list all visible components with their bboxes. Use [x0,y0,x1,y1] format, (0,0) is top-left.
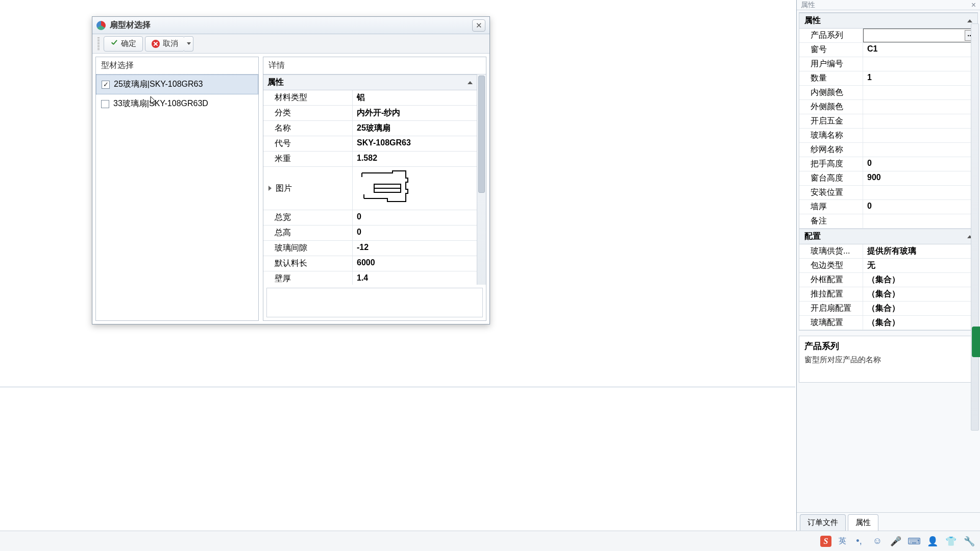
property-row[interactable]: 材料类型铝 [263,90,477,106]
property-value[interactable]: 提供所有玻璃 [863,244,977,258]
property-key: 用户编号 [799,57,863,71]
dock-close-button[interactable]: × [971,1,976,10]
right-edge-handle[interactable] [972,327,980,357]
property-value[interactable]: 0 [863,200,977,214]
keyboard-icon[interactable]: ⌨ [909,536,920,547]
property-row[interactable]: 总宽0 [263,210,477,226]
property-value[interactable]: 0 [863,157,977,171]
property-value[interactable]: 内外开-纱内 [353,106,477,120]
property-value[interactable]: 6000 [353,256,477,271]
property-row[interactable]: 玻璃供货...提供所有玻璃 [799,244,977,259]
ime-punct-icon[interactable]: •, [853,536,865,547]
property-value[interactable]: 0 [353,210,477,225]
ok-button[interactable]: 确定 [104,36,143,52]
property-value[interactable] [863,57,977,71]
property-key: 默认料长 [263,256,353,271]
tab-order-file[interactable]: 订单文件 [800,514,846,531]
dialog-title: 扇型材选择 [110,20,151,31]
property-value[interactable]: （集合） [863,316,977,330]
property-row[interactable]: 内侧颜色 [799,86,977,100]
property-row[interactable]: 墙厚0 [799,200,977,214]
property-value[interactable]: 1 [863,71,977,85]
property-row[interactable]: 开启扇配置（集合） [799,302,977,316]
property-value[interactable] [863,214,977,228]
property-row[interactable]: 纱网名称 [799,143,977,157]
dock-scrollbar[interactable] [971,23,979,431]
ime-language[interactable]: 英 [839,536,846,546]
tshirt-icon[interactable]: 👕 [945,536,957,547]
collapse-icon [967,19,972,22]
property-row[interactable]: 玻璃名称 [799,129,977,143]
group-header[interactable]: 属性 [799,13,977,29]
property-row[interactable]: 外侧颜色 [799,100,977,114]
toolbox-icon[interactable]: 🔧 [964,536,975,547]
property-row[interactable]: 壁厚1.4 [263,271,477,285]
property-row[interactable]: 默认料长6000 [263,256,477,271]
scrollbar-thumb[interactable] [478,76,485,193]
dialog-close-button[interactable]: ✕ [472,19,485,32]
property-row[interactable]: 窗台高度900 [799,171,977,186]
property-row[interactable]: 用户编号 [799,57,977,71]
detail-scrollbar[interactable] [477,74,486,285]
sogou-ime-icon[interactable]: S [820,536,831,547]
property-row[interactable]: 包边类型无 [799,259,977,273]
property-value[interactable]: 无 [863,259,977,272]
property-value[interactable]: 铝 [353,90,477,105]
cancel-dropdown-button[interactable] [184,36,193,52]
property-value[interactable]: -12 [353,241,477,256]
group-header[interactable]: 属性 [263,74,477,90]
property-value[interactable] [863,143,977,157]
toolbar-grip-icon [97,37,100,51]
property-key: 产品系列 [799,29,863,42]
microphone-icon[interactable]: 🎤 [890,536,901,547]
property-row[interactable]: 备注 [799,214,977,229]
property-value[interactable]: 900 [863,171,977,185]
property-row[interactable]: 开启五金 [799,114,977,129]
property-value[interactable]: 25玻璃扇 [353,121,477,136]
property-value[interactable]: SKY-108GR63 [353,136,477,151]
property-value[interactable] [863,129,977,142]
property-row-image[interactable]: 图片 [263,167,477,210]
property-key: 玻璃间隙 [263,241,353,256]
property-value[interactable]: 1.4 [353,271,477,285]
property-row[interactable]: 代号SKY-108GR63 [263,136,477,152]
property-value[interactable] [863,86,977,99]
cancel-label: 取消 [163,39,178,48]
property-row[interactable]: 玻璃配置（集合） [799,316,977,330]
dock-body: 属性产品系列···窗号C1用户编号数量1内侧颜色外侧颜色开启五金玻璃名称纱网名称… [797,10,980,512]
property-value[interactable] [863,186,977,199]
property-row[interactable]: 把手高度0 [799,157,977,171]
emoji-icon[interactable]: ☺ [872,536,883,547]
property-row[interactable]: 总高0 [263,226,477,241]
tab-properties[interactable]: 属性 [848,514,878,531]
property-row[interactable]: 玻璃间隙-12 [263,241,477,256]
checkbox[interactable] [102,81,110,89]
property-row[interactable]: 数量1 [799,71,977,86]
cancel-button[interactable]: 取消 [145,36,185,52]
property-value[interactable]: C1 [863,43,977,57]
property-key: 包边类型 [799,259,863,272]
group-header[interactable]: 配置 [799,229,977,244]
chevron-down-icon [187,42,191,45]
property-row[interactable]: 窗号C1 [799,43,977,57]
property-row[interactable]: 推拉配置（集合） [799,287,977,302]
property-row[interactable]: 外框配置（集合） [799,273,977,287]
property-value[interactable]: ··· [863,29,977,42]
property-row[interactable]: 产品系列··· [799,29,977,43]
expand-icon[interactable] [268,186,272,191]
list-item[interactable]: 25玻璃扇|SKY-108GR63 [96,74,258,94]
property-row[interactable]: 分类内外开-纱内 [263,106,477,121]
property-row[interactable]: 米重1.582 [263,152,477,167]
list-item[interactable]: 33玻璃扇|SKY-108GR63D [96,94,258,113]
property-value[interactable]: （集合） [863,302,977,315]
user-icon[interactable]: 👤 [927,536,938,547]
checkbox[interactable] [101,100,109,108]
property-value[interactable]: （集合） [863,273,977,287]
property-row[interactable]: 名称25玻璃扇 [263,121,477,136]
property-value[interactable]: （集合） [863,287,977,301]
property-value[interactable] [863,114,977,128]
property-value[interactable]: 0 [353,226,477,240]
property-value[interactable] [863,100,977,114]
property-value[interactable]: 1.582 [353,152,477,166]
property-row[interactable]: 安装位置 [799,186,977,200]
